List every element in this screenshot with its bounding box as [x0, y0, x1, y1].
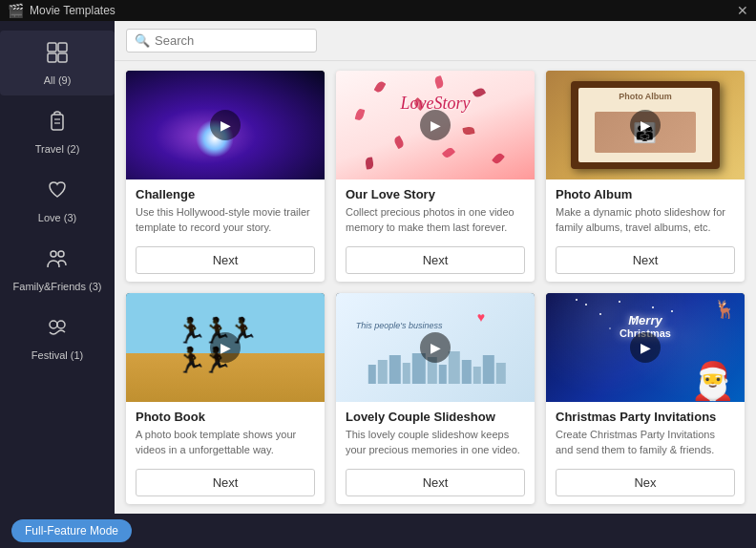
svg-rect-18	[449, 351, 460, 384]
family-icon	[45, 246, 70, 277]
play-button-christmas[interactable]: ▶	[630, 332, 661, 363]
thumbnail-photobook[interactable]: 🏃🏃🏃🏃🏃 ▶	[126, 293, 325, 402]
sidebar-item-love[interactable]: Love (3)	[0, 168, 115, 233]
template-card-christmas: Merry Christmas 🎅 🦌 ▶ Christmas Party In…	[546, 293, 745, 504]
sidebar-family-label: Family&Friends (3)	[13, 281, 102, 292]
template-desc-challenge: Use this Hollywood-style movie trailer t…	[136, 205, 315, 235]
template-card-challenge: ▶ Challenge Use this Hollywood-style mov…	[126, 71, 325, 282]
sidebar-item-all[interactable]: All (9)	[0, 31, 115, 95]
template-desc-lovestory: Collect precious photos in one video mem…	[346, 205, 525, 235]
next-button-photoalbum[interactable]: Next	[556, 246, 735, 274]
template-name-photoalbum: Photo Album	[556, 187, 735, 201]
template-name-lovestory: Our Love Story	[346, 187, 525, 201]
svg-rect-14	[403, 363, 410, 384]
template-name-challenge: Challenge	[136, 187, 315, 201]
svg-rect-12	[378, 360, 388, 384]
svg-point-10	[57, 321, 65, 328]
play-button-photobook[interactable]: ▶	[210, 332, 241, 363]
sidebar-festival-label: Festival (1)	[32, 349, 83, 361]
svg-rect-0	[48, 43, 56, 52]
album-label: Photo Album	[619, 92, 672, 101]
template-desc-photoalbum: Make a dynamic photo slideshow for famil…	[556, 205, 735, 235]
couple-tagline: This people's business	[356, 321, 443, 330]
template-info-photoalbum: Photo Album Make a dynamic photo slidesh…	[546, 179, 745, 241]
template-info-lovecouple: Lovely Couple Slideshow This lovely coup…	[336, 402, 535, 463]
template-info-challenge: Challenge Use this Hollywood-style movie…	[126, 179, 325, 241]
template-desc-photobook: A photo book template shows your videos …	[136, 428, 315, 457]
svg-rect-19	[462, 360, 472, 384]
all-icon	[45, 40, 70, 71]
couple-heart: ♥	[477, 309, 485, 325]
thumbnail-christmas[interactable]: Merry Christmas 🎅 🦌 ▶	[546, 293, 745, 402]
template-card-lovestory: LoveStory ▶ Our Love Story Collect preci…	[336, 71, 535, 282]
title-text: Movie Templates	[30, 4, 116, 17]
search-input[interactable]	[155, 33, 308, 48]
search-bar: 🔍	[115, 21, 756, 61]
svg-rect-21	[483, 355, 494, 384]
sidebar-all-label: All (9)	[44, 74, 72, 86]
sidebar: All (9) Travel (2) Love (3)	[0, 21, 115, 514]
search-wrapper: 🔍	[126, 29, 317, 53]
next-button-lovecouple[interactable]: Next	[346, 469, 525, 496]
template-name-lovecouple: Lovely Couple Slideshow	[346, 410, 525, 424]
play-button-lovestory[interactable]: ▶	[420, 110, 451, 140]
next-button-christmas[interactable]: Nex	[556, 469, 735, 496]
bottom-bar: Full-Feature Mode	[0, 514, 756, 548]
travel-icon	[45, 109, 70, 139]
next-button-photobook[interactable]: Next	[136, 469, 315, 496]
svg-rect-3	[58, 53, 67, 62]
svg-point-8	[58, 251, 64, 257]
thumbnail-challenge[interactable]: ▶	[126, 71, 325, 179]
sidebar-item-travel[interactable]: Travel (2)	[0, 99, 115, 164]
templates-grid: ▶ Challenge Use this Hollywood-style mov…	[115, 61, 756, 514]
titlebar: 🎬 Movie Templates ✕	[0, 0, 756, 21]
play-button-photoalbum[interactable]: ▶	[630, 110, 661, 140]
play-button-lovecouple[interactable]: ▶	[420, 332, 451, 363]
next-button-lovestory[interactable]: Next	[346, 246, 525, 274]
svg-rect-20	[473, 367, 481, 384]
sidebar-love-label: Love (3)	[38, 212, 76, 223]
main-container: All (9) Travel (2) Love (3)	[0, 21, 756, 514]
reindeer-icon: 🦌	[714, 299, 735, 320]
thumbnail-photoalbum[interactable]: Photo Album 👨‍👩‍👧 ▶	[546, 71, 745, 179]
template-name-christmas: Christmas Party Invitations	[556, 410, 735, 424]
template-info-photobook: Photo Book A photo book template shows y…	[126, 402, 325, 463]
template-name-photobook: Photo Book	[136, 410, 315, 424]
next-button-challenge[interactable]: Next	[136, 246, 315, 274]
svg-rect-17	[439, 365, 447, 384]
template-info-christmas: Christmas Party Invitations Create Chris…	[546, 402, 745, 463]
svg-rect-13	[389, 355, 401, 384]
thumbnail-lovecouple[interactable]: ♥	[336, 293, 535, 402]
sidebar-item-festival[interactable]: Festival (1)	[0, 306, 115, 370]
svg-rect-2	[48, 53, 56, 62]
love-icon	[45, 178, 70, 208]
svg-point-7	[51, 251, 56, 257]
full-feature-button[interactable]: Full-Feature Mode	[11, 519, 132, 542]
thumbnail-lovestory[interactable]: LoveStory ▶	[336, 71, 535, 179]
template-desc-lovecouple: This lovely couple slideshow keeps your …	[346, 428, 525, 457]
window-title: 🎬 Movie Templates	[8, 3, 116, 18]
santa-icon: 🎅	[690, 360, 735, 402]
sidebar-travel-label: Travel (2)	[35, 143, 80, 155]
template-info-lovestory: Our Love Story Collect precious photos i…	[336, 179, 535, 241]
svg-rect-22	[496, 363, 506, 384]
svg-point-9	[50, 321, 57, 328]
play-button-challenge[interactable]: ▶	[210, 110, 241, 140]
svg-rect-1	[58, 43, 67, 52]
svg-rect-11	[368, 365, 376, 384]
festival-icon	[45, 315, 70, 346]
sidebar-item-family[interactable]: Family&Friends (3)	[0, 237, 115, 302]
template-card-photobook: 🏃🏃🏃🏃🏃 ▶ Photo Book A photo book template…	[126, 293, 325, 504]
search-icon: 🔍	[135, 33, 150, 48]
template-card-lovecouple: ♥	[336, 293, 535, 504]
svg-rect-4	[52, 115, 63, 130]
template-desc-christmas: Create Christmas Party Invitations and s…	[556, 428, 735, 457]
template-card-photoalbum: Photo Album 👨‍👩‍👧 ▶ Photo Album Make a d…	[546, 71, 745, 282]
content-area: 🔍 ▶ Challenge Use this Hollywood-style m…	[115, 21, 756, 514]
close-button[interactable]: ✕	[737, 3, 748, 18]
